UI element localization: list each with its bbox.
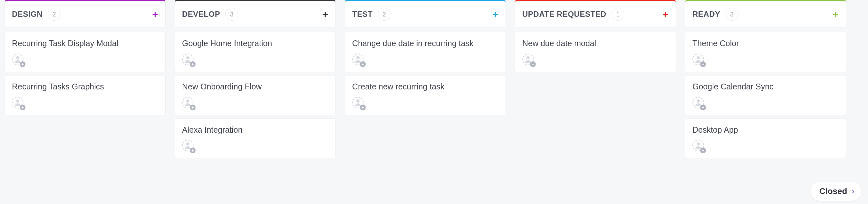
task-title: Recurring Task Display Modal: [12, 38, 158, 49]
plus-icon: +: [360, 61, 366, 67]
chevron-right-icon: ›: [851, 186, 855, 196]
add-assignee-button[interactable]: +: [12, 97, 25, 110]
task-card[interactable]: Theme Color+: [685, 32, 846, 72]
task-title: New Onboarding Flow: [182, 81, 328, 92]
column-title: READY: [692, 10, 720, 19]
column-cards: Google Home Integration+New Onboarding F…: [175, 32, 336, 158]
task-title: Recurring Tasks Graphics: [12, 81, 158, 92]
column-develop: DEVELOP3+Google Home Integration+New Onb…: [175, 0, 336, 158]
add-assignee-button[interactable]: +: [182, 97, 195, 110]
column-count-badge: 3: [725, 8, 739, 21]
column-title: TEST: [352, 10, 372, 19]
add-assignee-button[interactable]: +: [182, 140, 195, 153]
plus-icon: +: [20, 105, 26, 110]
column-design: DESIGN2+Recurring Task Display Modal+Rec…: [4, 0, 165, 115]
task-card[interactable]: Change due date in recurring task+: [345, 32, 506, 72]
task-title: Change due date in recurring task: [352, 38, 498, 49]
task-card[interactable]: New due date modal+: [515, 32, 676, 72]
column-count-badge: 3: [225, 8, 238, 21]
column-test: TEST2+Change due date in recurring task+…: [345, 0, 506, 115]
task-card[interactable]: Alexa Integration+: [175, 119, 336, 158]
task-title: Create new recurring task: [352, 81, 498, 92]
add-assignee-button[interactable]: +: [12, 54, 25, 67]
add-task-button[interactable]: +: [322, 9, 328, 19]
plus-icon: +: [530, 61, 536, 67]
column-cards: Recurring Task Display Modal+Recurring T…: [4, 32, 165, 115]
column-title: DEVELOP: [182, 10, 220, 19]
add-assignee-button[interactable]: +: [692, 97, 705, 110]
column-count-badge: 2: [48, 8, 61, 21]
task-title: Desktop App: [692, 125, 839, 135]
plus-icon: +: [700, 105, 706, 110]
column-count-badge: 2: [378, 8, 391, 21]
add-assignee-button[interactable]: +: [522, 54, 535, 67]
column-header[interactable]: TEST2+: [345, 0, 506, 27]
column-count-badge: 1: [612, 8, 624, 21]
plus-icon: +: [190, 61, 195, 67]
column-update-requested: UPDATE REQUESTED1+New due date modal+: [515, 0, 676, 72]
add-assignee-button[interactable]: +: [692, 140, 705, 153]
add-task-button[interactable]: +: [492, 9, 498, 19]
column-header[interactable]: DESIGN2+: [4, 0, 165, 27]
plus-icon: +: [700, 61, 706, 67]
add-task-button[interactable]: +: [833, 9, 839, 19]
column-header[interactable]: DEVELOP3+: [175, 0, 336, 27]
column-cards: Theme Color+Google Calendar Sync+Desktop…: [685, 32, 846, 158]
column-cards: Change due date in recurring task+Create…: [345, 32, 506, 115]
column-header[interactable]: UPDATE REQUESTED1+: [515, 0, 676, 27]
add-assignee-button[interactable]: +: [352, 54, 365, 67]
task-title: Theme Color: [692, 38, 839, 49]
column-title: DESIGN: [12, 10, 42, 19]
column-header-left: DEVELOP3: [182, 8, 238, 21]
task-card[interactable]: Google Home Integration+: [175, 32, 336, 72]
add-task-button[interactable]: +: [662, 9, 669, 19]
task-title: Alexa Integration: [182, 125, 328, 135]
task-title: Google Home Integration: [182, 38, 328, 49]
plus-icon: +: [20, 61, 26, 67]
plus-icon: +: [190, 148, 195, 153]
column-header-left: TEST2: [352, 8, 391, 21]
task-title: Google Calendar Sync: [692, 81, 839, 92]
task-card[interactable]: Desktop App+: [685, 119, 846, 158]
add-task-button[interactable]: +: [152, 9, 158, 19]
column-header[interactable]: READY3+: [685, 0, 846, 27]
task-card[interactable]: Recurring Tasks Graphics+: [4, 75, 165, 115]
column-header-left: UPDATE REQUESTED1: [522, 8, 624, 21]
column-header-left: DESIGN2: [12, 8, 61, 21]
plus-icon: +: [700, 148, 706, 153]
closed-status-pill[interactable]: Closed ›: [810, 182, 862, 201]
plus-icon: +: [360, 105, 366, 110]
column-header-left: READY3: [692, 8, 739, 21]
plus-icon: +: [190, 105, 195, 110]
closed-label: Closed: [819, 186, 847, 196]
add-assignee-button[interactable]: +: [352, 97, 365, 110]
task-card[interactable]: Recurring Task Display Modal+: [4, 32, 165, 72]
add-assignee-button[interactable]: +: [182, 54, 195, 67]
task-title: New due date modal: [522, 38, 669, 49]
add-assignee-button[interactable]: +: [692, 54, 705, 67]
task-card[interactable]: New Onboarding Flow+: [175, 75, 336, 115]
task-card[interactable]: Google Calendar Sync+: [685, 75, 846, 115]
column-title: UPDATE REQUESTED: [522, 10, 607, 19]
kanban-board: DESIGN2+Recurring Task Display Modal+Rec…: [4, 0, 864, 158]
column-ready: READY3+Theme Color+Google Calendar Sync+…: [685, 0, 846, 158]
task-card[interactable]: Create new recurring task+: [345, 75, 506, 115]
column-cards: New due date modal+: [515, 32, 676, 72]
